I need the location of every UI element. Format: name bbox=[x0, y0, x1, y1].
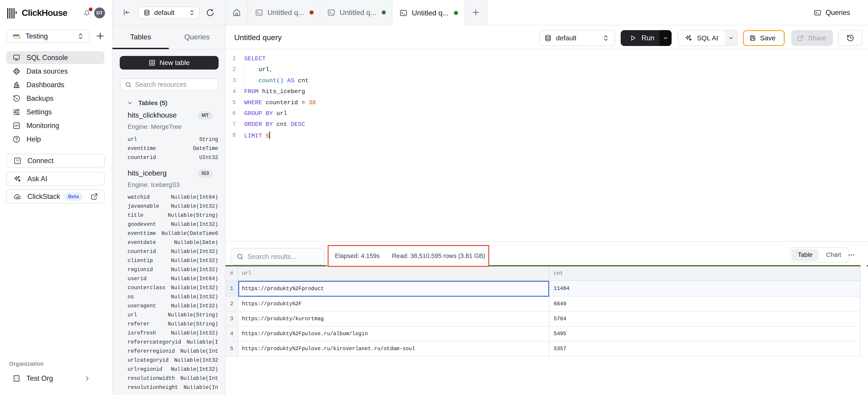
svg-text:aws: aws bbox=[13, 33, 20, 37]
